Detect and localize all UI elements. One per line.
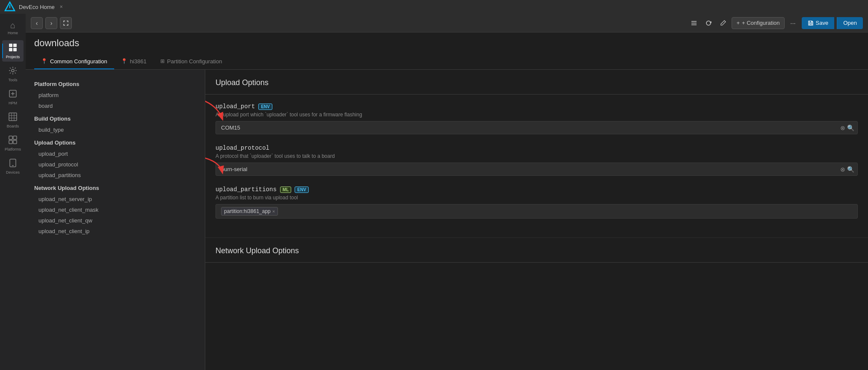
network-upload-options-header: Network Upload Options — [26, 181, 205, 194]
list-view-button[interactable] — [688, 17, 700, 29]
sidebar-item-boards[interactable]: Boards — [2, 110, 24, 131]
titlebar: DevEco Home × — [0, 0, 868, 14]
search-icon[interactable]: 🔍 — [847, 166, 854, 173]
tab-partition-icon: ⊞ — [160, 58, 165, 64]
sidebar-item-tools[interactable]: Tools — [2, 63, 24, 85]
list-item[interactable]: upload_net_server_ip — [26, 194, 205, 204]
sidebar-item-devices-label: Devices — [6, 170, 20, 175]
svg-rect-5 — [13, 48, 17, 51]
upload-partitions-description: A partition list to burn via upload tool — [216, 195, 858, 201]
list-item[interactable]: upload_net_client_ip — [26, 226, 205, 237]
content-split: Platform Options platform board Build Op… — [26, 70, 868, 370]
list-item[interactable]: board — [26, 101, 205, 111]
save-label: Save — [816, 20, 829, 26]
upload-partitions-name-row: upload_partitions ML ENV — [216, 186, 858, 193]
toolbar-actions: + + Configuration ··· Save Open — [688, 17, 863, 29]
hpm-icon — [8, 89, 18, 100]
plus-icon: + — [736, 20, 740, 26]
editor-area: downloads 📍 Common Configuration 📍 hi386… — [26, 33, 868, 370]
tab-partition[interactable]: ⊞ Partition Configuration — [154, 54, 229, 69]
upload-partitions-tag-input[interactable]: partition:hi3861_app × — [216, 204, 858, 219]
upload-port-name: upload_port — [216, 103, 255, 110]
add-config-button[interactable]: + + Configuration — [732, 17, 784, 29]
refresh-button[interactable] — [703, 17, 714, 29]
boards-icon — [8, 112, 18, 123]
app-title: DevEco Home — [19, 4, 55, 10]
upload-protocol-input-wrap: ⊗ 🔍 — [216, 163, 858, 176]
page-title: downloads — [34, 38, 859, 49]
sidebar-item-hpm-label: HPM — [9, 101, 17, 105]
upload-port-description: An upload port which `uploader` tool use… — [216, 112, 858, 118]
forward-button[interactable]: › — [45, 17, 57, 29]
svg-rect-22 — [809, 24, 812, 25]
list-item[interactable]: upload_net_client_mask — [26, 204, 205, 215]
clear-icon[interactable]: ⊗ — [840, 124, 845, 131]
sidebar-item-devices[interactable]: Devices — [2, 156, 24, 177]
svg-point-6 — [12, 69, 14, 72]
list-item[interactable]: upload_partitions — [26, 170, 205, 181]
edit-button[interactable] — [717, 17, 729, 29]
list-item[interactable]: build_type — [26, 124, 205, 135]
sidebar-item-home[interactable]: ⌂ Home — [2, 17, 24, 38]
upload-port-input[interactable] — [216, 121, 858, 134]
tab-common-label: Common Configuration — [50, 58, 107, 65]
svg-rect-15 — [9, 140, 12, 144]
back-button[interactable]: ‹ — [31, 17, 43, 29]
upload-port-field: upload_port ENV An upload port which `up… — [216, 103, 858, 134]
sidebar-item-platforms[interactable]: Platforms — [2, 133, 24, 154]
upload-options-header: Upload Options — [26, 135, 205, 148]
tabs-bar: 📍 Common Configuration 📍 hi3861 ⊞ Partit… — [26, 54, 868, 70]
svg-rect-14 — [13, 136, 17, 139]
tab-hi3861-icon: 📍 — [121, 58, 127, 64]
toolbar: ‹ › — [26, 14, 868, 33]
list-item[interactable]: upload_port — [26, 148, 205, 159]
partition-tag-label: partition:hi3861_app — [224, 208, 271, 214]
more-options-button[interactable]: ··· — [787, 17, 799, 29]
tab-hi3861[interactable]: 📍 hi3861 — [114, 54, 154, 69]
upload-protocol-input-icons: ⊗ 🔍 — [840, 166, 854, 173]
sidebar-item-platforms-label: Platforms — [5, 147, 21, 151]
open-label: Open — [843, 20, 857, 26]
save-button[interactable]: Save — [802, 17, 835, 29]
partition-tag: partition:hi3861_app × — [221, 207, 278, 216]
upload-partitions-env-badge: ENV — [295, 186, 309, 193]
upload-options-section: upload_port ENV An upload port which `up… — [205, 95, 868, 238]
platforms-icon — [8, 135, 18, 146]
tools-icon — [8, 66, 18, 77]
upload-options-title: Upload Options — [205, 70, 868, 95]
page-header: downloads — [26, 33, 868, 54]
svg-rect-16 — [13, 140, 17, 144]
upload-port-input-icons: ⊗ 🔍 — [840, 124, 854, 131]
sidebar-item-hpm[interactable]: HPM — [2, 86, 24, 108]
partition-tag-remove[interactable]: × — [272, 209, 275, 214]
upload-port-input-wrap: ⊗ 🔍 — [216, 121, 858, 134]
upload-protocol-name-row: upload_protocol — [216, 145, 858, 151]
upload-partitions-field: upload_partitions ML ENV A partition lis… — [216, 186, 858, 219]
left-panel: Platform Options platform board Build Op… — [26, 70, 205, 370]
upload-port-env-badge: ENV — [258, 104, 272, 110]
sidebar-item-projects-label: Projects — [6, 55, 20, 59]
list-item[interactable]: upload_protocol — [26, 159, 205, 170]
clear-icon[interactable]: ⊗ — [840, 166, 845, 173]
list-item[interactable]: platform — [26, 90, 205, 101]
upload-partitions-name: upload_partitions — [216, 186, 277, 193]
sidebar-item-projects[interactable]: Projects — [2, 40, 24, 62]
sidebar-item-home-label: Home — [8, 31, 18, 35]
tab-common-configuration[interactable]: 📍 Common Configuration — [34, 54, 114, 69]
config-btn-label: + Configuration — [742, 20, 780, 26]
expand-button[interactable] — [60, 17, 72, 29]
svg-rect-2 — [9, 44, 12, 47]
app-layout: ⌂ Home Projects Tools — [0, 14, 868, 370]
list-item[interactable]: upload_net_client_qw — [26, 215, 205, 226]
svg-rect-13 — [9, 136, 12, 139]
upload-port-name-row: upload_port ENV — [216, 103, 858, 110]
search-icon[interactable]: 🔍 — [847, 124, 854, 131]
sidebar-item-boards-label: Boards — [7, 124, 19, 128]
open-button[interactable]: Open — [837, 17, 863, 29]
right-panel: Upload Options upload_port ENV An upload… — [205, 70, 868, 370]
upload-protocol-input[interactable] — [216, 163, 858, 176]
close-icon[interactable]: × — [60, 4, 63, 10]
build-options-header: Build Options — [26, 111, 205, 124]
svg-rect-8 — [9, 113, 17, 121]
devices-icon — [8, 158, 18, 169]
